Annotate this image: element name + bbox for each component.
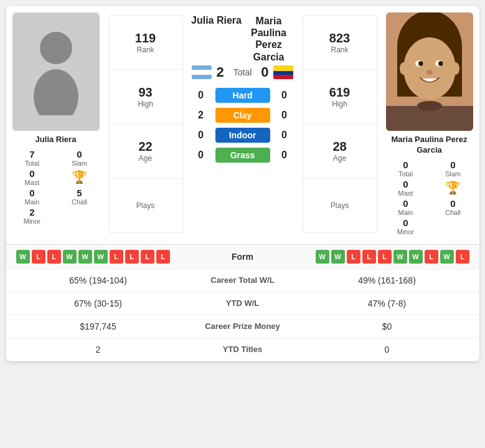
p1-age-box: 22 Age bbox=[109, 124, 182, 178]
p1-main-label: 0 Main bbox=[11, 188, 54, 206]
player1-stats-grid: 7 Total 0 Slam 0 Mast 🏆 0 0 bbox=[6, 149, 106, 225]
form-badge-w: W bbox=[331, 250, 345, 264]
svg-point-5 bbox=[403, 37, 456, 100]
p1-name-center: Julia Riera bbox=[191, 15, 243, 63]
middle-section: 119 Rank 93 High 22 Age Plays bbox=[106, 12, 380, 236]
grass-score2: 0 bbox=[275, 150, 294, 161]
clay-button: Clay bbox=[215, 108, 270, 123]
player2-flag bbox=[273, 65, 293, 79]
grass-button: Grass bbox=[215, 148, 270, 163]
trophy-icon: 🏆 bbox=[72, 169, 87, 184]
clay-score1: 2 bbox=[192, 110, 210, 121]
form-badge-l: L bbox=[156, 250, 170, 264]
svg-point-1 bbox=[34, 69, 78, 115]
form-badge-l: L bbox=[32, 250, 45, 264]
p2-main-label: 0 Main bbox=[385, 198, 427, 216]
p1-score: 2 bbox=[217, 64, 224, 80]
ytd-wl-row: 67% (30-15) YTD W/L 47% (7-8) bbox=[6, 292, 479, 315]
p2-name-center: Maria Paulina Perez Garcia bbox=[243, 15, 295, 63]
top-section: Julia Riera 7 Total 0 Slam 0 Mast 🏆 bbox=[6, 6, 479, 242]
form-badge-l: L bbox=[362, 250, 376, 264]
p1-slam-val: 0 Slam bbox=[59, 149, 101, 167]
ytd-titles-p1: 2 bbox=[16, 345, 181, 355]
trophy-icon-2: 🏆 bbox=[445, 180, 461, 195]
form-badge-w: W bbox=[393, 250, 407, 264]
p2-form-badges: WWLLLWWLWL bbox=[316, 250, 469, 264]
form-badge-w: W bbox=[78, 250, 92, 264]
p1-high-box: 93 High bbox=[109, 70, 182, 124]
ytd-wl-p2: 47% (7-8) bbox=[305, 298, 469, 308]
main-card: Julia Riera 7 Total 0 Slam 0 Mast 🏆 bbox=[6, 6, 479, 361]
p1-plays-box: Plays bbox=[109, 179, 182, 232]
svg-point-14 bbox=[417, 101, 442, 111]
player1-flag bbox=[192, 65, 212, 79]
form-badge-w: W bbox=[94, 250, 108, 264]
career-wl-p2: 49% (161-168) bbox=[305, 275, 469, 285]
svg-point-10 bbox=[426, 70, 433, 75]
bottom-section: WLLWWWLLLL Form WWLLLWWLWL 65% (194-104)… bbox=[6, 244, 479, 361]
ytd-wl-p1: 67% (30-15) bbox=[16, 298, 181, 308]
p2-chall-val: 0 Chall bbox=[432, 198, 474, 216]
p2-slam-val: 0 Slam bbox=[432, 160, 474, 178]
form-badge-l: L bbox=[347, 250, 360, 264]
p1-flag-score: 2 bbox=[192, 64, 224, 80]
indoor-button: Indoor bbox=[215, 128, 270, 143]
form-row: WLLWWWLLLL Form WWLLLWWLWL bbox=[6, 245, 479, 269]
player1-photo bbox=[12, 12, 100, 131]
player1-silhouette bbox=[31, 28, 81, 115]
prize-p1: $197,745 bbox=[16, 322, 181, 331]
form-badge-l: L bbox=[141, 250, 154, 264]
player2-name: Maria Paulina Perez Garcia bbox=[380, 135, 479, 156]
p2-minor-val: 0 Minor bbox=[385, 217, 427, 236]
prize-label: Career Prize Money bbox=[181, 322, 305, 331]
p2-score: 0 bbox=[261, 64, 268, 80]
surface-hard-row: 0 Hard 0 bbox=[186, 85, 300, 105]
form-badge-l: L bbox=[456, 250, 469, 264]
clay-score2: 0 bbox=[275, 110, 294, 121]
player1-numeric-col: 119 Rank 93 High 22 Age Plays bbox=[108, 15, 183, 233]
form-badge-w: W bbox=[409, 250, 423, 264]
svg-point-11 bbox=[400, 62, 407, 75]
form-badge-w: W bbox=[316, 250, 329, 264]
p1-mast-val: 0 Mast bbox=[11, 168, 54, 186]
hard-button: Hard bbox=[215, 88, 270, 103]
ytd-titles-p2: 0 bbox=[305, 345, 469, 355]
player2-numeric-col: 823 Rank 619 High 28 Age Plays bbox=[303, 15, 377, 233]
player2-panel: Maria Paulina Perez Garcia 0 Total 0 Sla… bbox=[380, 12, 479, 236]
career-wl-p1: 65% (194-104) bbox=[16, 275, 181, 285]
p1-minor-val: 2 Minor bbox=[11, 207, 54, 225]
player2-face-svg bbox=[386, 12, 473, 131]
form-badge-l: L bbox=[425, 250, 438, 264]
svg-point-0 bbox=[40, 32, 72, 64]
form-badge-l: L bbox=[378, 250, 392, 264]
prize-p2: $0 bbox=[305, 322, 469, 331]
p1-trophy: 🏆 bbox=[59, 168, 101, 186]
surface-clay-row: 2 Clay 0 bbox=[186, 105, 300, 125]
player1-name: Julia Riera bbox=[33, 135, 79, 145]
center-col: Julia Riera Maria Paulina Perez Garcia 2… bbox=[186, 12, 300, 236]
p1-total-val: 7 Total bbox=[11, 149, 54, 167]
p1-chall-val: 5 Chall bbox=[59, 188, 101, 206]
surface-grass-row: 0 Grass 0 bbox=[186, 145, 300, 165]
ytd-titles-row: 2 YTD Titles 0 bbox=[6, 338, 479, 361]
ytd-wl-label: YTD W/L bbox=[181, 298, 305, 308]
form-badge-w: W bbox=[440, 250, 454, 264]
player1-panel: Julia Riera 7 Total 0 Slam 0 Mast 🏆 bbox=[6, 12, 106, 236]
p2-flag-score: 0 bbox=[261, 64, 293, 80]
indoor-score2: 0 bbox=[275, 130, 294, 141]
p1-form-badges: WLLWWWLLLL bbox=[16, 250, 170, 264]
player2-photo bbox=[386, 12, 473, 131]
form-badge-l: L bbox=[125, 250, 139, 264]
p2-high-box: 619 High bbox=[303, 70, 377, 124]
p2-trophy: 🏆 bbox=[432, 179, 474, 197]
ytd-titles-label: YTD Titles bbox=[181, 345, 305, 354]
form-badge-l: L bbox=[110, 250, 123, 264]
career-wl-row: 65% (194-104) Career Total W/L 49% (161-… bbox=[6, 269, 479, 292]
svg-point-9 bbox=[438, 61, 443, 66]
p1-rank-box: 119 Rank bbox=[109, 16, 182, 70]
grass-score1: 0 bbox=[192, 150, 210, 161]
form-badge-l: L bbox=[47, 250, 61, 264]
p2-plays-box: Plays bbox=[303, 179, 377, 232]
p2-age-box: 28 Age bbox=[303, 124, 377, 178]
form-label: Form bbox=[232, 252, 253, 262]
